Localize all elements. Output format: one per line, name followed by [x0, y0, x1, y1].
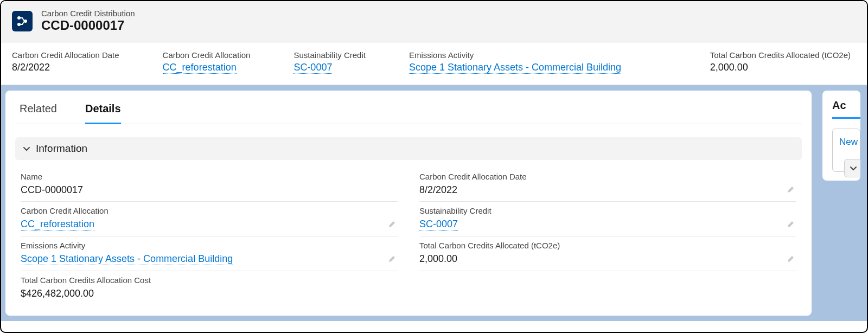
section-title: Information — [36, 143, 87, 155]
hl-label: Carbon Credit Allocation Date — [12, 50, 119, 60]
field-allocation-date: Carbon Credit Allocation Date 8/2/2022 — [419, 168, 796, 202]
activity-card: Ac New — [822, 91, 860, 181]
hl-emissions-activity: Emissions Activity Scope 1 Stationary As… — [409, 50, 621, 74]
pencil-icon[interactable] — [388, 220, 397, 230]
field-sustainability-credit: Sustainability Credit SC-0007 — [419, 202, 796, 236]
field-label: Name — [21, 172, 398, 181]
record-header: Carbon Credit Distribution CCD-0000017 — [1, 1, 867, 43]
field-emissions-activity-link[interactable]: Scope 1 Stationary Assets - Commercial B… — [21, 253, 233, 265]
fields-grid: Name CCD-0000017 Carbon Credit Allocatio… — [15, 160, 802, 305]
tabset: Related Details — [15, 99, 802, 124]
pencil-icon[interactable] — [787, 254, 795, 265]
hl-sustainability-credit: Sustainability Credit SC-0007 — [293, 50, 366, 74]
field-value: 8/2/2022 — [419, 184, 796, 196]
chevron-down-icon[interactable] — [844, 159, 860, 177]
svg-point-0 — [18, 17, 20, 19]
field-emissions-activity: Emissions Activity Scope 1 Stationary As… — [21, 236, 398, 271]
pencil-icon[interactable] — [787, 185, 795, 196]
pencil-icon[interactable] — [787, 220, 795, 230]
hl-label: Sustainability Credit — [293, 50, 366, 60]
tab-details[interactable]: Details — [85, 99, 121, 124]
tab-related[interactable]: Related — [20, 99, 57, 124]
field-value: 2,000.00 — [419, 253, 796, 265]
hl-allocation-date: Carbon Credit Allocation Date 8/2/2022 — [12, 50, 119, 74]
side-new-link[interactable]: New — [839, 137, 858, 147]
section-information[interactable]: Information — [15, 137, 802, 160]
hl-emissions-activity-link[interactable]: Scope 1 Stationary Assets - Commercial B… — [409, 62, 621, 74]
hl-label: Emissions Activity — [409, 50, 621, 60]
record-name: CCD-0000017 — [41, 18, 135, 33]
field-value: $426,482,000.00 — [21, 288, 398, 299]
field-allocation-link[interactable]: CC_reforestation — [21, 219, 94, 230]
hl-value: 2,000.00 — [710, 62, 851, 73]
field-allocation: Carbon Credit Allocation CC_reforestatio… — [21, 202, 398, 236]
field-label: Total Carbon Credits Allocated (tCO2e) — [419, 241, 796, 250]
highlights-panel: Carbon Credit Allocation Date 8/2/2022 C… — [1, 43, 867, 85]
field-label: Emissions Activity — [21, 241, 398, 250]
hl-allocation: Carbon Credit Allocation CC_reforestatio… — [163, 50, 251, 74]
svg-point-2 — [24, 20, 27, 22]
field-total-credits: Total Carbon Credits Allocated (tCO2e) 2… — [419, 236, 796, 271]
field-name: Name CCD-0000017 — [21, 168, 398, 202]
field-label: Carbon Credit Allocation Date — [419, 172, 796, 181]
hl-sustainability-credit-link[interactable]: SC-0007 — [293, 62, 332, 74]
side-tab[interactable]: Ac — [832, 99, 860, 119]
field-label: Total Carbon Credits Allocation Cost — [21, 276, 398, 285]
record-type-icon — [12, 11, 33, 31]
hl-value: 8/2/2022 — [12, 62, 119, 73]
field-label: Carbon Credit Allocation — [21, 206, 398, 215]
object-label: Carbon Credit Distribution — [41, 9, 135, 18]
details-card: Related Details Information Name CCD-000… — [5, 91, 812, 316]
hl-allocation-link[interactable]: CC_reforestation — [163, 62, 237, 74]
hl-total-credits: Total Carbon Credits Allocated (tCO2e) 2… — [710, 50, 851, 74]
field-label: Sustainability Credit — [419, 206, 796, 215]
hl-label: Total Carbon Credits Allocated (tCO2e) — [710, 50, 851, 60]
content-band: Related Details Information Name CCD-000… — [1, 85, 867, 321]
field-sustainability-credit-link[interactable]: SC-0007 — [419, 219, 458, 230]
pencil-icon[interactable] — [388, 254, 397, 265]
field-value: CCD-0000017 — [21, 184, 398, 196]
field-allocation-cost: Total Carbon Credits Allocation Cost $42… — [21, 271, 398, 305]
chevron-down-icon — [23, 145, 30, 152]
svg-point-1 — [18, 23, 20, 25]
hl-label: Carbon Credit Allocation — [163, 50, 251, 60]
